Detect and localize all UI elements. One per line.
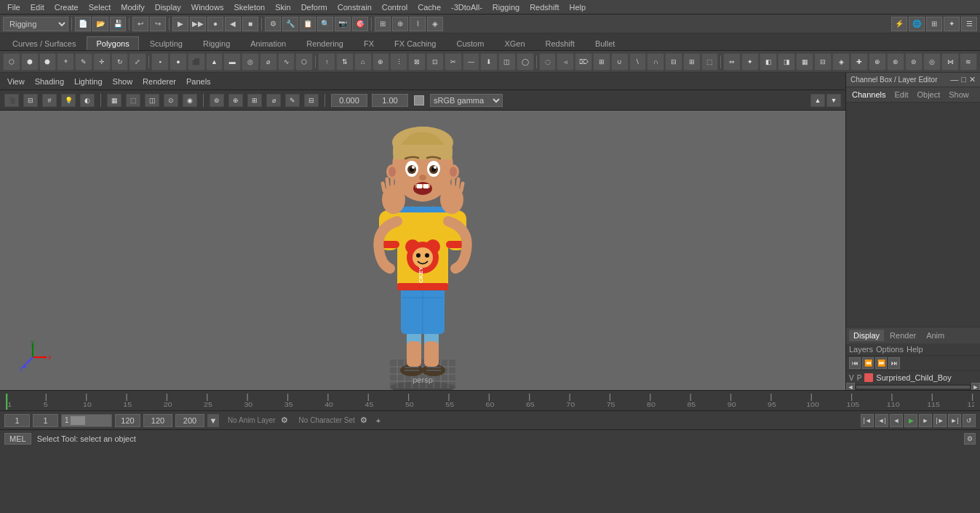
tool-cube[interactable]: ▪ <box>151 53 169 71</box>
channel-box-content[interactable] <box>846 103 980 327</box>
tool-append-poly[interactable]: ⊞ <box>683 53 701 71</box>
max-frame-input[interactable] <box>175 414 204 427</box>
tab-sculpting[interactable]: Sculpting <box>140 36 192 50</box>
toolbar-btn-6[interactable]: ⚙ <box>265 17 281 31</box>
toolbar-right-1[interactable]: ⚡ <box>891 17 907 31</box>
frame-mode-toggle[interactable]: ▼ <box>207 414 219 427</box>
loop-btn[interactable]: ↺ <box>963 414 976 427</box>
menu-create[interactable]: Create <box>50 1 83 13</box>
vp-light-btn[interactable]: 💡 <box>61 94 76 107</box>
frame-start-input[interactable] <box>33 414 58 427</box>
tab-xgen[interactable]: XGen <box>495 36 534 50</box>
cb-minimize-btn[interactable]: — <box>950 75 958 84</box>
tool-lasso[interactable]: ⌖ <box>57 53 74 71</box>
tool-select2[interactable]: ⬢ <box>21 53 39 71</box>
tool-platonic[interactable]: ⬡ <box>295 53 313 71</box>
toolbar-snap-point[interactable]: ⊕ <box>392 17 408 31</box>
cb-tab-channels[interactable]: Channels <box>849 89 888 100</box>
tool-create-poly[interactable]: ⬚ <box>701 53 719 71</box>
cb-tab-object[interactable]: Object <box>914 89 943 100</box>
menu-edit[interactable]: Edit <box>26 1 49 13</box>
current-frame-display[interactable]: 1 <box>61 414 112 427</box>
cb-scroll-right[interactable]: ► <box>971 383 980 390</box>
tab-fx-caching[interactable]: FX Caching <box>385 36 445 50</box>
toolbar-right-5[interactable]: ☰ <box>961 17 977 31</box>
layer-next[interactable]: ⏩ <box>875 357 887 369</box>
layers-menu-options[interactable]: Options <box>876 345 904 354</box>
tool-smooth[interactable]: ◌ <box>539 53 557 71</box>
step-back-key[interactable]: ◄| <box>875 414 888 427</box>
menu-deform[interactable]: Deform <box>297 1 332 13</box>
tool-pipe[interactable]: ⌀ <box>260 53 277 71</box>
cb-maximize-btn[interactable]: □ <box>961 75 966 84</box>
tool-select[interactable]: ⬡ <box>3 53 20 71</box>
menu-constrain[interactable]: Constrain <box>333 1 376 13</box>
vp-menu-shading[interactable]: Shading <box>32 76 67 87</box>
toolbar-btn-10[interactable]: 📷 <box>335 17 351 31</box>
char-set-settings[interactable]: ⚙ <box>358 415 370 426</box>
status-settings-btn[interactable]: ⚙ <box>964 433 976 445</box>
vp-menu-panels[interactable]: Panels <box>183 76 214 87</box>
scale-input[interactable] <box>372 94 408 107</box>
color-swatch[interactable] <box>414 95 424 106</box>
layer-prev[interactable]: ⏪ <box>862 357 874 369</box>
tool-helix[interactable]: ∿ <box>278 53 295 71</box>
timeline[interactable]: 1 5 10 15 20 25 30 35 40 <box>0 390 980 410</box>
toolbar-btn-9[interactable]: 🔍 <box>317 17 333 31</box>
toolbar-btn-11[interactable]: 🎯 <box>352 17 368 31</box>
toolbar-btn-4[interactable]: ◀ <box>225 17 241 31</box>
vp-hud-btn[interactable]: ⊞ <box>247 94 262 107</box>
cb-tab-edit[interactable]: Edit <box>891 89 911 100</box>
menu-redshift[interactable]: Redshift <box>525 1 563 13</box>
cb-close-btn[interactable]: ✕ <box>969 75 976 84</box>
menu-skin[interactable]: Skin <box>271 1 295 13</box>
menu-file[interactable]: File <box>3 1 25 13</box>
tool-right-10[interactable]: ◎ <box>923 53 941 71</box>
vp-menu-view[interactable]: View <box>4 76 28 87</box>
mel-label[interactable]: MEL <box>4 433 31 445</box>
tool-right-6[interactable]: ✚ <box>850 53 868 71</box>
workspace-dropdown[interactable]: Rigging Modeling Rigging Animation Rende… <box>3 17 68 31</box>
range-end-input[interactable] <box>143 414 172 427</box>
tool-right-5[interactable]: ◈ <box>832 53 850 71</box>
play-to-start[interactable]: |◄ <box>861 414 874 427</box>
cb-scroll-left[interactable]: ◄ <box>846 383 855 390</box>
tool-right-3[interactable]: ▦ <box>796 53 813 71</box>
toolbar-right-3[interactable]: ⊞ <box>926 17 942 31</box>
tab-rigging[interactable]: Rigging <box>194 36 239 50</box>
tab-curves-surfaces[interactable]: Curves / Surfaces <box>3 36 85 50</box>
tool-mirror[interactable]: ⇔ <box>723 53 741 71</box>
cb-bottom-tab-display[interactable]: Display <box>849 330 884 341</box>
tool-right-9[interactable]: ⊜ <box>905 53 923 71</box>
vp-film-btn[interactable]: ⊟ <box>23 94 38 107</box>
toolbar-snap-curve[interactable]: ⌇ <box>410 17 426 31</box>
cb-scrollbar[interactable]: ◄ ► <box>846 384 980 390</box>
tool-cone[interactable]: ▲ <box>206 53 223 71</box>
tool-bridge[interactable]: ⇅ <box>336 53 354 71</box>
cb-bottom-tab-anim[interactable]: Anim <box>922 330 949 341</box>
new-scene-button[interactable]: 📄 <box>75 17 91 31</box>
toolbar-right-4[interactable]: ✦ <box>944 17 960 31</box>
menu-skeleton[interactable]: Skeleton <box>229 1 269 13</box>
tool-bool-union[interactable]: ∪ <box>611 53 629 71</box>
open-scene-button[interactable]: 📂 <box>92 17 108 31</box>
tab-bullet[interactable]: Bullet <box>586 36 625 50</box>
vp-paint-btn[interactable]: ✎ <box>285 94 300 107</box>
vp-grid-btn[interactable]: # <box>42 94 57 107</box>
tab-animation[interactable]: Animation <box>241 36 295 50</box>
menu-display[interactable]: Display <box>151 1 186 13</box>
3d-viewport[interactable]: MICKEY <box>0 111 845 390</box>
tool-right-8[interactable]: ⊛ <box>887 53 904 71</box>
translate-input[interactable] <box>331 94 367 107</box>
tool-right-4[interactable]: ⊟ <box>814 53 832 71</box>
toolbar-btn-8[interactable]: 📋 <box>300 17 316 31</box>
tool-right-12[interactable]: ≋ <box>960 53 977 71</box>
tab-fx[interactable]: FX <box>354 36 383 50</box>
tool-scale[interactable]: ⤢ <box>129 53 146 71</box>
tool-right-11[interactable]: ⋈ <box>941 53 959 71</box>
step-back[interactable]: ◄ <box>890 414 903 427</box>
toolbar-right-2[interactable]: 🌐 <box>909 17 925 31</box>
tool-fill-hole[interactable]: ⊟ <box>665 53 682 71</box>
layers-menu-layers[interactable]: Layers <box>849 345 873 354</box>
tool-circularize[interactable]: ◯ <box>517 53 534 71</box>
